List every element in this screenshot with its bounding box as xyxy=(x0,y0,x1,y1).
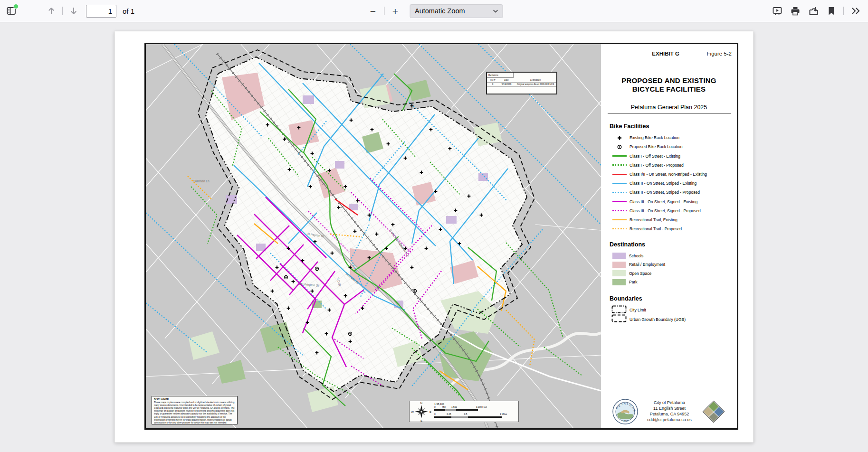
legend-item-label: Recreational Trail - Proposed xyxy=(630,226,682,231)
proposed-bike-rack-marker xyxy=(349,332,352,336)
destination-legend-item: Open Space xyxy=(601,269,737,278)
legend-item: Class II - On Street, Striped - Existing xyxy=(601,179,737,188)
legend-item: Class I - Off Street - Existing xyxy=(601,151,737,160)
disclaimer-heading: DISCLAIMER xyxy=(154,398,235,401)
dashdot-rect-icon xyxy=(611,305,627,315)
svg-text:N: N xyxy=(420,402,422,405)
destination-label: Open Space xyxy=(629,271,651,276)
compass-rose-icon: N E S W xyxy=(410,401,432,422)
line-solid-swatch xyxy=(612,183,627,184)
line-solid-swatch xyxy=(612,155,627,157)
line-solid-swatch xyxy=(612,219,627,221)
legend-item-label: Existing Bike Rack Location xyxy=(630,135,679,140)
print-button[interactable] xyxy=(788,3,803,19)
notification-dot-icon xyxy=(13,4,19,9)
plus-icon: + xyxy=(392,6,398,16)
legend-item: Class I - Off Street - Proposed xyxy=(601,160,737,170)
page-up-button[interactable] xyxy=(44,3,59,19)
save-button[interactable] xyxy=(806,3,821,19)
subtitle-rule xyxy=(608,113,731,113)
legend-item-label: Class I - Off Street - Proposed xyxy=(630,163,684,168)
legend-panel: EXHIBIT G Figure 5-2 PROPOSED AND EXISTI… xyxy=(601,44,737,428)
presentation-icon xyxy=(773,7,782,16)
page-count-label: of 1 xyxy=(123,7,134,15)
pdf-toolbar: of 1 − + Automatic Zoom xyxy=(0,0,868,22)
legend-item-label: Class I/II - On Street, Non-striped - Ex… xyxy=(630,172,707,177)
proposed-bike-rack-marker xyxy=(315,267,319,271)
bookmark-icon xyxy=(828,7,835,16)
disclaimer-body: These maps or plans were compiled and or… xyxy=(154,401,235,424)
pdf-viewer-area: Skillman LnN Payran StWashington StLakev… xyxy=(0,22,868,452)
legend-item-label: Proposed Bike Rack Location xyxy=(630,144,683,149)
destination-swatch xyxy=(612,253,626,259)
page-number-input[interactable] xyxy=(86,5,116,18)
boundary-label: Urban Growth Boundary (UGB) xyxy=(630,317,686,322)
panel-footer: PETALUMA 1858 City of Petaluma11 English… xyxy=(601,397,737,426)
destinations-heading: Destinations xyxy=(610,241,737,248)
diamond-logo-icon xyxy=(700,398,727,425)
boundary-legend-item: City Limit xyxy=(601,306,737,315)
map-subtitle: Petaluma General Plan 2025 xyxy=(601,104,737,111)
svg-text:1858: 1858 xyxy=(622,420,628,423)
page-down-button[interactable] xyxy=(66,3,81,19)
pdf-page: Skillman LnN Payran StWashington StLakev… xyxy=(114,31,754,443)
arrow-down-icon xyxy=(69,6,78,16)
zoom-level-value: Automatic Zoom xyxy=(415,7,465,15)
revisions-header-row: File #DateLegislation xyxy=(487,78,556,83)
boundaries-heading: Boundaries xyxy=(610,295,737,302)
figure-number: Figure 5-2 xyxy=(707,51,732,56)
proposed-bike-rack-marker xyxy=(413,290,417,293)
scale-box: N E S W 1:38,100 07501,5003,000 Feet xyxy=(409,401,519,422)
sidebar-toggle-button[interactable] xyxy=(4,3,19,19)
download-icon xyxy=(809,7,819,16)
zoom-out-button[interactable]: − xyxy=(365,3,381,19)
destination-label: Schools xyxy=(629,254,643,258)
revisions-table: Revisions File #DateLegislation 05/19/20… xyxy=(486,72,557,94)
legend-item-label: Class I - Off Street - Existing xyxy=(630,154,680,159)
legend-item: Class I/II - On Street, Non-striped - Ex… xyxy=(601,170,737,179)
street-label: Skillman Ln xyxy=(193,179,210,183)
svg-text:E: E xyxy=(429,411,431,414)
bookmark-button[interactable] xyxy=(824,3,839,19)
destination-legend-item: Retail / Employment xyxy=(601,260,737,269)
zoom-level-select[interactable]: Automatic Zoom xyxy=(410,4,503,18)
line-dotted-swatch xyxy=(612,164,627,166)
marker-circle-plus-swatch xyxy=(612,144,627,150)
destination-legend-item: Park xyxy=(601,278,737,287)
proposed-bike-rack-marker xyxy=(285,276,288,279)
destination-label: Park xyxy=(629,280,637,284)
feet-scale-bar: 07501,5003,000 Feet xyxy=(434,406,515,413)
city-seal-icon: PETALUMA 1858 xyxy=(611,398,639,425)
dashed-rect-icon xyxy=(611,314,627,324)
zoom-in-button[interactable]: + xyxy=(388,3,403,19)
legend-item-label: Class III - On Street, Signed - Existing xyxy=(630,199,697,204)
destination-label: Retail / Employment xyxy=(629,262,665,267)
scale-ratio: 1:38,100 xyxy=(434,403,515,405)
presentation-mode-button[interactable] xyxy=(770,3,785,19)
legend-item: Proposed Bike Rack Location xyxy=(601,142,737,151)
disclaimer-box: DISCLAIMER These maps or plans were comp… xyxy=(152,396,238,424)
toolbar-separator xyxy=(62,7,63,15)
more-tools-button[interactable] xyxy=(848,3,863,19)
line-solid-swatch xyxy=(612,201,627,202)
double-chevron-icon xyxy=(851,7,860,15)
map-area: Skillman LnN Payran StWashington StLakev… xyxy=(146,44,601,428)
arrow-up-icon xyxy=(47,6,56,16)
boundary-label: City Limit xyxy=(630,308,646,312)
legend-item: Existing Bike Rack Location xyxy=(601,133,737,142)
address-block: City of Petaluma11 English StreetPetalum… xyxy=(639,400,700,423)
destination-swatch xyxy=(612,270,626,276)
line-dotted-swatch xyxy=(612,192,627,193)
legend-item: Recreational Trail, Existing xyxy=(601,215,737,224)
marker-plus-swatch xyxy=(612,135,627,141)
revisions-data-row: 05/19/2008Original adoption Reso 2008-08… xyxy=(487,83,556,87)
boundaries-list: City LimitUrban Growth Boundary (UGB) xyxy=(601,306,737,324)
legend-item-label: Class II - On Street, Striped - Proposed xyxy=(630,190,700,195)
exhibit-label: EXHIBIT G xyxy=(652,51,679,56)
map-canvas: Skillman LnN Payran StWashington StLakev… xyxy=(146,44,601,428)
svg-text:W: W xyxy=(411,411,414,414)
legend-item: Recreational Trail - Proposed xyxy=(601,224,737,233)
printer-icon xyxy=(791,7,800,16)
revisions-title: Revisions xyxy=(487,73,514,78)
map-figure: Skillman LnN Payran StWashington StLakev… xyxy=(144,43,738,430)
